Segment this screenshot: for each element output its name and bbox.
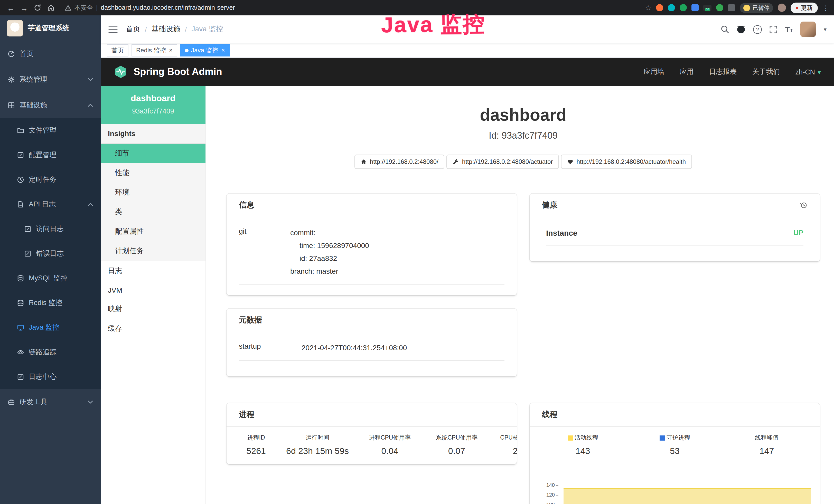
close-icon[interactable]: × bbox=[221, 47, 225, 54]
app-logo-row[interactable]: 芋道管理系统 bbox=[0, 16, 101, 41]
link-label: http://192.168.0.2:48080/actuator/health bbox=[576, 158, 686, 165]
metric-daemon-threads: 守护进程 53 bbox=[629, 434, 721, 457]
menu-item-scheduled-tasks[interactable]: 计划任务 bbox=[101, 241, 205, 261]
info-key: git bbox=[239, 226, 290, 278]
card-title: 健康 bbox=[542, 200, 557, 210]
metric-label: 守护进程 bbox=[666, 434, 690, 442]
menu-item-jvm[interactable]: JVM bbox=[101, 281, 205, 299]
home-icon[interactable] bbox=[45, 2, 57, 13]
card-title: 元数据 bbox=[239, 315, 262, 325]
doc-edit-icon bbox=[24, 250, 31, 257]
sidebar-item-dev-tools[interactable]: 研发工具 bbox=[0, 389, 101, 415]
sba-nav-about[interactable]: 关于我们 bbox=[752, 67, 780, 76]
actuator-url-link[interactable]: http://192.168.0.2:48080/actuator bbox=[447, 155, 559, 169]
sidebar-item-java-monitor[interactable]: Java 监控 bbox=[0, 315, 101, 340]
metadata-card-body: startup 2021-04-27T00:44:31.254+08:00 bbox=[226, 332, 517, 371]
browser-menu-icon[interactable]: ⋮ bbox=[822, 4, 829, 12]
sba-nav-applications[interactable]: 应用 bbox=[680, 67, 694, 76]
sidebar-item-log-center[interactable]: 日志中心 bbox=[0, 365, 101, 389]
sidebar-item-tracing[interactable]: 链路追踪 bbox=[0, 340, 101, 365]
tab-home[interactable]: 首页 bbox=[107, 44, 128, 56]
sidebar-item-mysql-monitor[interactable]: MySQL 监控 bbox=[0, 266, 101, 291]
instance-header[interactable]: dashboard 93a3fc7f7409 bbox=[101, 86, 205, 124]
forward-icon[interactable]: → bbox=[19, 2, 30, 13]
health-row-instance[interactable]: Instance UP bbox=[546, 229, 804, 246]
sidebar-item-scheduled-jobs[interactable]: 定时任务 bbox=[0, 167, 101, 192]
menu-item-environment[interactable]: 环境 bbox=[101, 183, 205, 202]
threads-chart: 140 120 100 bbox=[535, 469, 815, 504]
sidebar-item-file-mgmt[interactable]: 文件管理 bbox=[0, 118, 101, 143]
sba-brand[interactable]: Spring Boot Admin bbox=[134, 66, 222, 77]
extension-icon-puzzle[interactable] bbox=[728, 4, 735, 11]
extension-icon-teal[interactable] bbox=[668, 4, 675, 11]
extension-icon-blue-grid[interactable] bbox=[692, 4, 699, 11]
tab-label: 首页 bbox=[111, 46, 124, 55]
sba-nav-wallboard[interactable]: 应用墙 bbox=[643, 67, 664, 76]
tab-java-monitor[interactable]: Java 监控 × bbox=[180, 44, 229, 56]
extension-icon-switch[interactable]: on bbox=[703, 4, 711, 11]
grid-icon bbox=[8, 102, 15, 109]
sidebar-item-label: MySQL 监控 bbox=[29, 274, 68, 283]
metadata-value: 2021-04-27T00:44:31.254+08:00 bbox=[302, 342, 407, 354]
sidebar-item-error-logs[interactable]: 错误日志 bbox=[0, 241, 101, 266]
locale-selector[interactable]: zh-CN ▾ bbox=[795, 68, 821, 76]
sidebar-item-access-logs[interactable]: 访问日志 bbox=[0, 217, 101, 241]
reload-icon[interactable] bbox=[32, 2, 43, 13]
browser-profile-avatar[interactable] bbox=[778, 4, 786, 12]
paused-badge[interactable]: 已暂停 bbox=[740, 3, 773, 13]
menu-item-config-props[interactable]: 配置属性 bbox=[101, 222, 205, 241]
bookmark-star-icon[interactable]: ☆ bbox=[645, 4, 651, 12]
service-url-link[interactable]: http://192.168.0.2:48080/ bbox=[354, 155, 445, 169]
menu-item-caches[interactable]: 缓存 bbox=[101, 319, 205, 338]
url-text[interactable]: dashboard.yudao.iocoder.cn/infra/admin-s… bbox=[101, 4, 235, 11]
address-bar[interactable]: 不安全 | dashboard.yudao.iocoder.cn/infra/a… bbox=[65, 3, 643, 12]
fullscreen-icon[interactable] bbox=[770, 25, 777, 33]
metric-value: 5261 bbox=[237, 446, 275, 457]
extension-icon-orange[interactable] bbox=[656, 4, 663, 11]
threads-card-header: 线程 bbox=[530, 403, 820, 427]
threads-card-body: 活动线程 143 守护进程 bbox=[530, 427, 820, 504]
update-button[interactable]: 更新 bbox=[791, 2, 818, 13]
menu-item-logs[interactable]: 日志 bbox=[101, 261, 205, 281]
security-label[interactable]: 不安全 bbox=[74, 3, 93, 12]
warning-icon bbox=[65, 4, 71, 11]
metric-value: 53 bbox=[632, 446, 718, 457]
breadcrumb-home[interactable]: 首页 bbox=[126, 25, 140, 34]
breadcrumb-separator: / bbox=[145, 25, 147, 33]
back-icon[interactable]: ← bbox=[5, 2, 17, 13]
help-icon[interactable]: ? bbox=[753, 25, 762, 33]
pencil-square-icon bbox=[17, 152, 24, 159]
close-icon[interactable]: × bbox=[169, 47, 173, 54]
home-icon bbox=[360, 159, 367, 165]
menu-item-mappings[interactable]: 映射 bbox=[101, 299, 205, 319]
extension-icon-green-v[interactable] bbox=[680, 4, 687, 11]
health-url-link[interactable]: http://192.168.0.2:48080/actuator/health bbox=[561, 155, 692, 169]
extension-icon-leaf[interactable] bbox=[716, 4, 723, 11]
user-avatar[interactable] bbox=[800, 22, 816, 37]
hamburger-icon[interactable] bbox=[108, 26, 118, 33]
y-axis-tick: 140 bbox=[539, 482, 558, 488]
menu-item-classes[interactable]: 类 bbox=[101, 202, 205, 222]
sba-nav-journal[interactable]: 日志报表 bbox=[709, 67, 737, 76]
menu-item-performance[interactable]: 性能 bbox=[101, 163, 205, 183]
briefcase-icon bbox=[8, 398, 15, 406]
sidebar-item-label: 错误日志 bbox=[36, 249, 64, 258]
avatar-caret-icon[interactable]: ▾ bbox=[824, 26, 827, 32]
y-axis-tick: 100 bbox=[539, 502, 558, 504]
breadcrumb-infra[interactable]: 基础设施 bbox=[152, 25, 180, 34]
tab-redis-monitor[interactable]: Redis 监控 × bbox=[132, 44, 177, 56]
search-icon[interactable] bbox=[721, 25, 729, 33]
history-icon[interactable] bbox=[800, 201, 808, 209]
font-size-icon[interactable]: T T bbox=[785, 25, 793, 33]
sidebar-item-home[interactable]: 首页 bbox=[0, 41, 101, 67]
menu-item-details[interactable]: 细节 bbox=[101, 144, 205, 163]
app-layout: 芋道管理系统 首页 系统管理 基础设施 文件管理 配置 bbox=[0, 16, 834, 504]
process-metrics: 进程ID 5261 运行时间 6d 23h 15m 59s bbox=[232, 434, 512, 464]
sidebar-item-infra[interactable]: 基础设施 bbox=[0, 92, 101, 118]
sidebar-item-system[interactable]: 系统管理 bbox=[0, 67, 101, 92]
sidebar-item-api-logs[interactable]: API 日志 bbox=[0, 192, 101, 217]
sidebar-item-config-mgmt[interactable]: 配置管理 bbox=[0, 143, 101, 167]
sidebar-item-redis-monitor[interactable]: Redis 监控 bbox=[0, 291, 101, 315]
info-card: 信息 git commit: time: 1596289704000 id: 2 bbox=[226, 193, 517, 295]
github-icon[interactable] bbox=[737, 25, 745, 33]
